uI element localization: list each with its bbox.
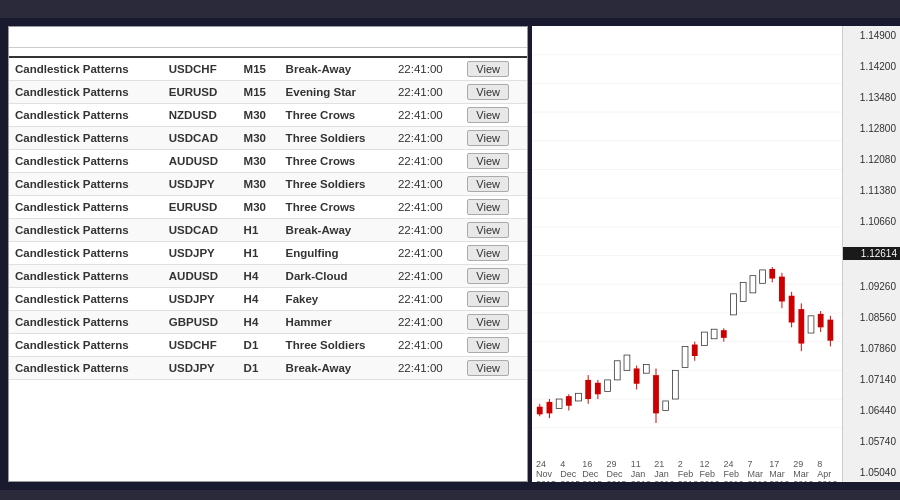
indicator-cell: Candlestick Patterns <box>9 196 163 219</box>
action-cell[interactable]: View <box>461 357 527 380</box>
indicator-cell: Candlestick Patterns <box>9 81 163 104</box>
symbol-cell: USDJPY <box>163 288 238 311</box>
svg-rect-16 <box>537 407 543 415</box>
action-cell[interactable]: View <box>461 265 527 288</box>
table-row: Candlestick Patterns USDCHF D1 Three Sol… <box>9 334 527 357</box>
signal-cell: Engulfing <box>280 242 392 265</box>
date-label: 11 Jan 2016 <box>631 459 655 482</box>
svg-rect-28 <box>595 383 601 394</box>
view-button[interactable]: View <box>467 84 509 100</box>
action-cell[interactable]: View <box>461 127 527 150</box>
table-row: Candlestick Patterns EURUSD M15 Evening … <box>9 81 527 104</box>
table-row: Candlestick Patterns AUDUSD H4 Dark-Clou… <box>9 265 527 288</box>
action-cell[interactable]: View <box>461 150 527 173</box>
signal-cell: Hammer <box>280 311 392 334</box>
symbol-cell: USDCHF <box>163 57 238 81</box>
symbol-cell: USDCAD <box>163 127 238 150</box>
svg-rect-68 <box>789 296 795 323</box>
signal-cell: Three Soldiers <box>280 173 392 196</box>
action-cell[interactable]: View <box>461 242 527 265</box>
time-cell: 22:41:00 <box>392 311 461 334</box>
signal-cell: Break-Away <box>280 57 392 81</box>
scanner-panel: Candlestick Patterns USDCHF M15 Break-Aw… <box>8 26 528 482</box>
svg-rect-66 <box>779 277 785 302</box>
view-button[interactable]: View <box>467 61 509 77</box>
view-button[interactable]: View <box>467 314 509 330</box>
symbol-cell: USDJPY <box>163 242 238 265</box>
view-button[interactable]: View <box>467 360 509 376</box>
action-cell[interactable]: View <box>461 173 527 196</box>
svg-rect-46 <box>682 346 688 367</box>
symbol-cell: USDJPY <box>163 357 238 380</box>
view-button[interactable]: View <box>467 153 509 169</box>
table-row: Candlestick Patterns USDCAD H1 Break-Awa… <box>9 219 527 242</box>
price-label: 1.05040 <box>843 467 900 478</box>
svg-rect-56 <box>731 294 737 315</box>
view-button[interactable]: View <box>467 176 509 192</box>
svg-rect-40 <box>653 375 659 413</box>
table-row: Candlestick Patterns NZDUSD M30 Three Cr… <box>9 104 527 127</box>
indicator-cell: Candlestick Patterns <box>9 173 163 196</box>
svg-rect-44 <box>672 370 678 399</box>
tf-cell: M15 <box>238 57 280 81</box>
signal-cell: Three Crows <box>280 150 392 173</box>
svg-rect-60 <box>750 276 756 293</box>
signal-cell: Three Soldiers <box>280 334 392 357</box>
view-button[interactable]: View <box>467 130 509 146</box>
view-button[interactable]: View <box>467 291 509 307</box>
svg-rect-42 <box>663 401 669 411</box>
price-label: 1.14900 <box>843 30 900 41</box>
price-label: 1.12080 <box>843 154 900 165</box>
tf-cell: M30 <box>238 173 280 196</box>
table-row: Candlestick Patterns USDCAD M30 Three So… <box>9 127 527 150</box>
action-cell[interactable]: View <box>461 288 527 311</box>
time-cell: 22:41:00 <box>392 357 461 380</box>
view-button[interactable]: View <box>467 245 509 261</box>
symbol-cell: USDJPY <box>163 173 238 196</box>
symbol-cell: USDCHF <box>163 334 238 357</box>
symbol-cell: GBPUSD <box>163 311 238 334</box>
svg-rect-76 <box>827 320 833 341</box>
action-cell[interactable]: View <box>461 219 527 242</box>
date-label: 8 Apr 2016 <box>817 459 838 482</box>
symbol-cell: EURUSD <box>163 81 238 104</box>
symbol-cell: EURUSD <box>163 196 238 219</box>
signal-cell: Three Crows <box>280 104 392 127</box>
table-row: Candlestick Patterns AUDUSD M30 Three Cr… <box>9 150 527 173</box>
indicator-cell: Candlestick Patterns <box>9 334 163 357</box>
tf-cell: M30 <box>238 196 280 219</box>
table-row: Candlestick Patterns EURUSD M30 Three Cr… <box>9 196 527 219</box>
svg-rect-74 <box>818 314 824 327</box>
view-button[interactable]: View <box>467 199 509 215</box>
price-label: 1.07860 <box>843 343 900 354</box>
action-cell[interactable]: View <box>461 81 527 104</box>
indicator-cell: Candlestick Patterns <box>9 265 163 288</box>
action-cell[interactable]: View <box>461 311 527 334</box>
action-cell[interactable]: View <box>461 57 527 81</box>
svg-rect-64 <box>769 269 775 279</box>
price-label: 1.13480 <box>843 92 900 103</box>
action-cell[interactable]: View <box>461 196 527 219</box>
svg-rect-18 <box>547 402 553 413</box>
svg-rect-24 <box>576 393 582 401</box>
svg-rect-54 <box>721 330 727 338</box>
view-button[interactable]: View <box>467 222 509 238</box>
view-button[interactable]: View <box>467 107 509 123</box>
action-cell[interactable]: View <box>461 334 527 357</box>
time-cell: 22:41:00 <box>392 219 461 242</box>
view-button[interactable]: View <box>467 337 509 353</box>
signal-cell: Break-Away <box>280 357 392 380</box>
price-label: 1.06440 <box>843 405 900 416</box>
svg-rect-70 <box>798 309 804 343</box>
view-button[interactable]: View <box>467 268 509 284</box>
price-label: 1.05740 <box>843 436 900 447</box>
candlestick-chart <box>532 26 842 466</box>
date-label: 12 Feb 2016 <box>700 459 724 482</box>
signal-cell: Fakey <box>280 288 392 311</box>
action-cell[interactable]: View <box>461 104 527 127</box>
svg-rect-32 <box>614 361 620 380</box>
table-row: Candlestick Patterns USDJPY M30 Three So… <box>9 173 527 196</box>
indicator-cell: Candlestick Patterns <box>9 288 163 311</box>
signal-cell: Dark-Cloud <box>280 265 392 288</box>
svg-rect-26 <box>585 380 591 399</box>
